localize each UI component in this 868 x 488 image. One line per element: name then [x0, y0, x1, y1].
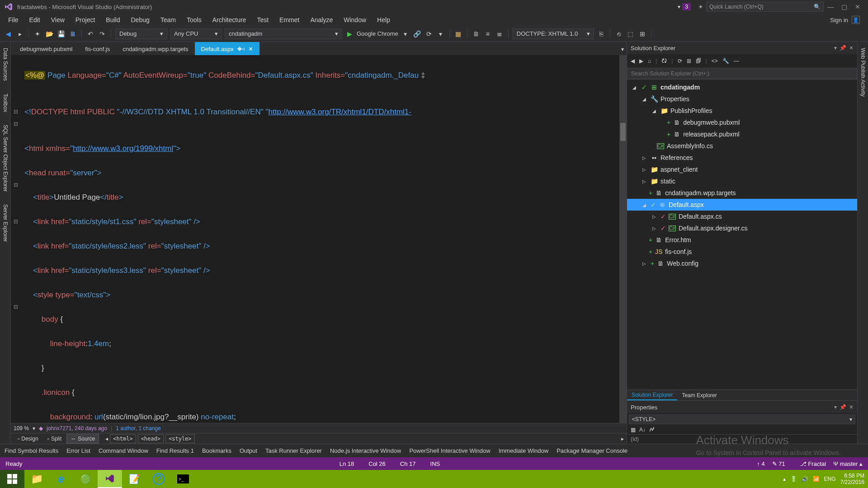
se-back-icon[interactable]: ◀ — [631, 58, 635, 64]
tab-server-explorer[interactable]: Server Explorer — [1, 202, 9, 244]
network-icon[interactable]: 📶 — [813, 476, 820, 482]
menu-emmet[interactable]: Emmet — [274, 14, 305, 25]
tabs-overflow-icon[interactable]: ▾ — [618, 43, 627, 55]
menu-tools[interactable]: Tools — [181, 14, 207, 25]
menu-view[interactable]: View — [46, 14, 70, 25]
browser-link-icon[interactable]: 🔗 — [413, 29, 422, 38]
crumb-nav-right[interactable]: ▸ — [621, 436, 624, 442]
menu-build[interactable]: Build — [100, 14, 125, 25]
start-button[interactable]: ▶ — [345, 29, 354, 38]
close-button[interactable]: ✕ — [851, 3, 864, 10]
view-source-button[interactable]: ↔ Source — [66, 434, 99, 444]
node-references[interactable]: References — [660, 154, 693, 161]
props-events-icon[interactable]: 🗲 — [649, 427, 655, 433]
sign-in-button[interactable]: Sign in👤 — [825, 14, 865, 26]
menu-edit[interactable]: Edit — [24, 14, 46, 25]
pencil-icon[interactable]: ✎ — [772, 460, 777, 467]
outdent-icon[interactable]: ≡ — [483, 29, 492, 38]
se-search[interactable] — [627, 68, 857, 80]
tool-c-icon[interactable]: ⬚ — [626, 29, 635, 38]
tab-command-window[interactable]: Command Window — [99, 447, 148, 454]
node-releasepack[interactable]: releasepack.pubxml — [683, 131, 740, 138]
doctype-dropdown[interactable]: DOCTYPE: XHTML 1.0▾ — [513, 28, 594, 39]
language-indicator[interactable]: ENG — [824, 476, 836, 482]
zoom-level[interactable]: 109 % — [14, 425, 29, 432]
props-pin-icon[interactable]: 📌 — [840, 404, 846, 410]
project-node[interactable]: cndatingadm — [660, 84, 700, 91]
menu-team[interactable]: Team — [155, 14, 181, 25]
notification-badge[interactable]: 3 — [682, 3, 691, 10]
fold-gutter[interactable]: ⊟⊟⊟⊟⊟ — [11, 55, 21, 423]
tab-nodejs[interactable]: Node.js Interactive Window — [330, 447, 401, 454]
doc-icon[interactable]: 🗎 — [472, 29, 481, 38]
indent-icon[interactable]: ≣ — [495, 29, 504, 38]
node-publishprofiles[interactable]: PublishProfiles — [670, 107, 712, 114]
tray-chevron-icon[interactable]: ▴ — [783, 476, 786, 482]
tool-a-icon[interactable]: ⎘ — [597, 29, 606, 38]
panel-options-icon[interactable]: ▾ — [834, 45, 837, 51]
tab-toolbox[interactable]: Toolbox — [1, 91, 9, 115]
menu-window[interactable]: Window — [338, 14, 372, 25]
se-home-icon[interactable]: ⌂ — [648, 58, 651, 64]
se-props-icon[interactable]: 🔧 — [722, 58, 729, 64]
new-project-icon[interactable]: ✦ — [33, 29, 42, 38]
tab-find-symbol[interactable]: Find Symbol Results — [5, 447, 58, 454]
pin-icon[interactable]: �এ — [237, 46, 245, 52]
tab-bookmarks[interactable]: Bookmarks — [202, 447, 231, 454]
tab-team-explorer[interactable]: Team Explorer — [677, 391, 721, 400]
se-sync-icon[interactable]: 🗘 — [661, 58, 667, 64]
battery-icon[interactable]: 🔋 — [790, 476, 797, 482]
node-default[interactable]: Default.aspx — [669, 201, 704, 208]
panel-close-icon[interactable]: ✕ — [849, 45, 854, 51]
redo-icon[interactable]: ↷ — [98, 29, 107, 38]
tab-task-runner[interactable]: Task Runner Explorer — [265, 447, 322, 454]
tab-web-publish[interactable]: Web Publish Activity — [859, 45, 867, 99]
node-fisconf[interactable]: fis-conf.js — [665, 248, 692, 255]
props-close-icon[interactable]: ✕ — [849, 404, 854, 410]
se-collapse-icon[interactable]: ⊞ — [687, 58, 691, 64]
repo-icon[interactable]: ⎇ — [800, 460, 807, 467]
menu-help[interactable]: Help — [372, 14, 396, 25]
tab-error-list[interactable]: Error List — [66, 447, 90, 454]
taskbar-cmd[interactable]: >_ — [171, 470, 195, 488]
tab-immediate[interactable]: Immediate Window — [499, 447, 549, 454]
tab-fisconf[interactable]: fis-conf.js — [79, 42, 116, 55]
se-code-icon[interactable]: <> — [712, 58, 718, 64]
node-aspnet[interactable]: aspnet_client — [660, 166, 698, 173]
branch-icon[interactable]: Ψ — [833, 460, 838, 467]
taskbar-explorer[interactable]: 📁 — [24, 470, 49, 488]
solution-tree[interactable]: ◢✓⊞cndatingadm ◢🔧Properties ◢📁PublishPro… — [627, 80, 857, 389]
vertical-scrollbar[interactable] — [619, 55, 627, 423]
nav-fwd-button[interactable]: ▸ — [15, 29, 24, 38]
tab-debugmweb[interactable]: debugmweb.pubxml — [14, 42, 79, 55]
tab-data-sources[interactable]: Data Sources — [1, 45, 9, 84]
open-icon[interactable]: 📂 — [45, 29, 54, 38]
minimize-button[interactable]: — — [824, 3, 837, 10]
crumb-nav-left[interactable]: ◂ — [105, 436, 108, 442]
refresh-icon[interactable]: ⟳ — [425, 29, 434, 38]
breadcrumb-head[interactable]: <head> — [138, 434, 164, 443]
flag-icon[interactable]: ▾ — [678, 4, 680, 10]
tab-default-aspx[interactable]: Default.aspx�এ✕ — [195, 42, 259, 55]
tab-solution-explorer[interactable]: Solution Explorer — [627, 390, 677, 400]
taskbar-help[interactable]: ? — [146, 470, 171, 488]
node-assembly[interactable]: AssemblyInfo.cs — [667, 142, 713, 150]
taskbar-vs[interactable] — [98, 470, 122, 488]
breadcrumb-style[interactable]: <style> — [165, 434, 195, 443]
se-refresh-icon[interactable]: ⟳ — [678, 58, 682, 64]
panel-pin-icon[interactable]: 📌 — [840, 45, 846, 51]
tab-powershell[interactable]: PowerShell Interactive Window — [409, 447, 490, 454]
node-wpp[interactable]: cndatingadm.wpp.targets — [665, 189, 736, 197]
codelens-author[interactable]: johnx7271, 240 days ago — [47, 425, 107, 432]
node-properties[interactable]: Properties — [660, 95, 689, 103]
tab-find-results[interactable]: Find Results 1 — [156, 447, 194, 454]
save-all-icon[interactable]: 🗎 — [68, 29, 77, 38]
scrollbar-thumb[interactable] — [620, 123, 626, 141]
se-search-input[interactable] — [627, 68, 857, 79]
browser-dropdown-icon[interactable]: ▾ — [401, 29, 410, 38]
tool-d-icon[interactable]: ⊞ — [638, 29, 647, 38]
breadcrumb-html[interactable]: <html> — [110, 434, 136, 443]
menu-analyze[interactable]: Analyze — [305, 14, 338, 25]
tab-sql-explorer[interactable]: SQL Server Object Explorer — [1, 122, 9, 194]
start-button[interactable] — [0, 470, 24, 488]
